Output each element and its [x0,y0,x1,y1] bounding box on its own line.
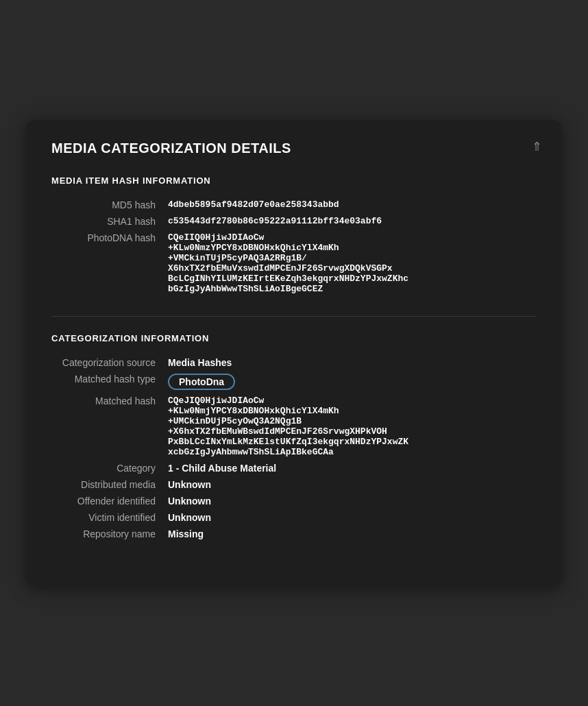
panel-title: MEDIA CATEGORIZATION DETAILS [51,141,537,156]
categorization-table: Categorization source Media Hashes Match… [51,354,537,542]
sha1-row: SHA1 hash c535443df2780b86c95222a91112bf… [51,213,537,230]
matched-hash-type-row: Matched hash type PhotoDna [51,371,537,393]
hash-section-title: MEDIA ITEM HASH INFORMATION [51,175,537,186]
victim-identified-label: Victim identified [51,509,168,526]
md5-row: MD5 hash 4dbeb5895af9482d07e0ae258343abb… [51,197,537,213]
categorization-source-row: Categorization source Media Hashes [51,354,537,371]
categorization-source-value: Media Hashes [168,354,537,371]
offender-identified-label: Offender identified [51,493,168,509]
photodna-hash-label: PhotoDNA hash [51,230,168,297]
categorization-source-label: Categorization source [51,354,168,371]
offender-identified-row: Offender identified Unknown [51,493,537,509]
categorization-section-title: CATEGORIZATION INFORMATION [51,333,537,343]
categorization-section: CATEGORIZATION INFORMATION Categorizatio… [51,333,537,542]
repository-name-value: Missing [168,526,537,542]
md5-label: MD5 hash [51,197,168,213]
category-row: Category 1 - Child Abuse Material [51,460,537,476]
matched-hash-label: Matched hash [51,393,168,460]
victim-identified-row: Victim identified Unknown [51,509,537,526]
hash-table: MD5 hash 4dbeb5895af9482d07e0ae258343abb… [51,197,537,297]
matched-hash-type-label: Matched hash type [51,371,168,393]
media-categorization-panel: MEDIA CATEGORIZATION DETAILS ⇑ MEDIA ITE… [27,120,561,586]
photodna-badge: PhotoDna [168,374,235,390]
photodna-hash-value: CQeIIQ0HjiwJDIAoCw +KLw0NmzYPCY8xDBNOHxk… [168,230,537,297]
hash-information-section: MEDIA ITEM HASH INFORMATION MD5 hash 4db… [51,175,537,297]
md5-value: 4dbeb5895af9482d07e0ae258343abbd [168,197,537,213]
matched-hash-value: CQeJIQ0HjiwJDIAoCw +KLw0NmjYPCY8xDBNOHxk… [168,393,537,460]
collapse-icon[interactable]: ⇑ [532,139,542,154]
distributed-media-value: Unknown [168,476,537,493]
distributed-media-label: Distributed media [51,476,168,493]
photodna-hash-row: PhotoDNA hash CQeIIQ0HjiwJDIAoCw +KLw0Nm… [51,230,537,297]
offender-identified-value: Unknown [168,493,537,509]
matched-hash-row: Matched hash CQeJIQ0HjiwJDIAoCw +KLw0Nmj… [51,393,537,460]
matched-hash-type-value: PhotoDna [168,371,537,393]
category-label: Category [51,460,168,476]
victim-identified-value: Unknown [168,509,537,526]
repository-name-row: Repository name Missing [51,526,537,542]
section-divider [51,316,537,317]
sha1-label: SHA1 hash [51,213,168,230]
repository-name-label: Repository name [51,526,168,542]
distributed-media-row: Distributed media Unknown [51,476,537,493]
sha1-value: c535443df2780b86c95222a91112bff34e03abf6 [168,213,537,230]
category-value: 1 - Child Abuse Material [168,460,537,476]
